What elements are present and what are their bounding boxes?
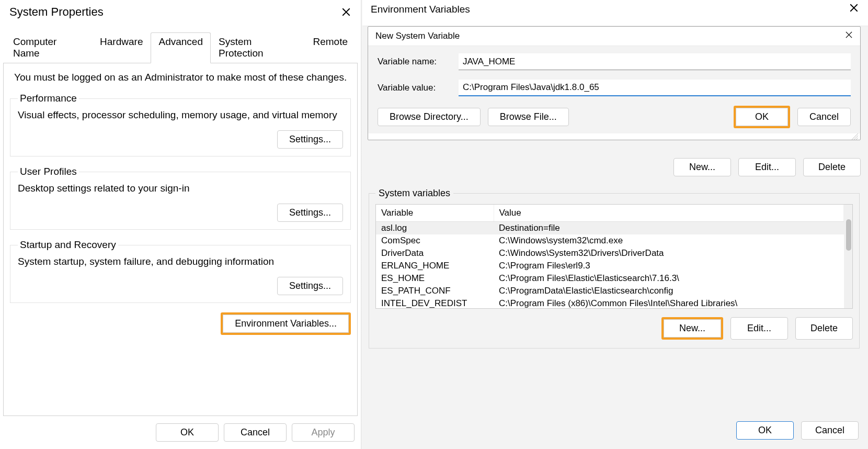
sysprops-ok-button[interactable]: OK: [156, 423, 219, 442]
startup-recovery-legend: Startup and Recovery: [18, 239, 118, 251]
startup-recovery-settings-button[interactable]: Settings...: [277, 277, 343, 295]
nsv-close-icon[interactable]: [845, 31, 853, 41]
user-profiles-group: User Profiles Desktop settings related t…: [10, 166, 351, 230]
browse-directory-button[interactable]: Browse Directory...: [378, 108, 481, 126]
browse-file-button[interactable]: Browse File...: [488, 108, 569, 126]
table-row[interactable]: ComSpec C:\Windows\system32\cmd.exe: [376, 234, 844, 247]
user-profiles-text: Desktop settings related to your sign-in: [18, 183, 343, 194]
environment-variables-window: Environment Variables New System Variabl…: [362, 0, 868, 449]
nsv-value-label: Variable value:: [378, 83, 459, 93]
cell-val: C:\Windows\System32\Drivers\DriverData: [494, 247, 844, 260]
sysvars-new-highlight: New...: [661, 317, 723, 340]
cell-val: C:\Program Files\erl9.3: [494, 260, 844, 272]
cell-var: INTEL_DEV_REDIST: [376, 297, 494, 309]
col-variable[interactable]: Variable: [376, 205, 494, 222]
tab-advanced-panel: You must be logged on as an Administrato…: [3, 63, 358, 416]
envvars-body: New System Variable Variable name: Varia…: [362, 26, 868, 412]
cell-val: C:\Windows\system32\cmd.exe: [494, 234, 844, 247]
cell-var: ComSpec: [376, 234, 494, 247]
user-profiles-settings-button[interactable]: Settings...: [277, 204, 343, 222]
table-row[interactable]: ES_HOME C:\Program Files\Elastic\Elastic…: [376, 272, 844, 285]
tab-remote[interactable]: Remote: [305, 32, 356, 63]
envvars-footer: OK Cancel: [362, 412, 868, 449]
nsv-button-row: Browse Directory... Browse File... OK Ca…: [378, 106, 851, 128]
new-system-variable-dialog: New System Variable Variable name: Varia…: [368, 26, 861, 140]
user-new-button[interactable]: New...: [673, 158, 731, 176]
close-icon[interactable]: [340, 6, 352, 18]
nsv-cancel-button[interactable]: Cancel: [797, 108, 851, 126]
nsv-name-row: Variable name:: [378, 53, 851, 70]
system-variables-legend: System variables: [375, 188, 453, 199]
envvars-titlebar: Environment Variables: [362, 0, 868, 26]
cell-val: C:\Program Files\Elastic\Elasticsearch\7…: [494, 272, 844, 285]
nsv-ok-highlight: OK: [734, 106, 790, 128]
envvars-button-highlight: Environment Variables...: [221, 312, 351, 335]
user-profiles-legend: User Profiles: [18, 166, 79, 177]
sysprops-apply-button: Apply: [292, 423, 355, 442]
scrollbar-thumb[interactable]: [846, 219, 851, 251]
environment-variables-button[interactable]: Environment Variables...: [223, 315, 349, 333]
tab-hardware[interactable]: Hardware: [92, 32, 151, 63]
cell-var: asl.log: [376, 222, 494, 235]
nsv-value-row: Variable value:: [378, 80, 851, 96]
nsv-titlebar: New System Variable: [368, 27, 860, 46]
sysvars-table-wrap: Variable Value asl.log Destination=file …: [375, 204, 853, 309]
tab-system-protection[interactable]: System Protection: [211, 32, 305, 63]
system-variables-group: System variables Variable Value asl.log …: [369, 188, 860, 349]
performance-text: Visual effects, processor scheduling, me…: [18, 109, 343, 121]
col-value[interactable]: Value: [494, 205, 844, 222]
tab-advanced[interactable]: Advanced: [151, 32, 211, 63]
table-row[interactable]: asl.log Destination=file: [376, 222, 844, 235]
resize-grip-icon[interactable]: [368, 133, 860, 140]
cell-val: Destination=file: [494, 222, 844, 235]
user-edit-button[interactable]: Edit...: [738, 158, 796, 176]
table-row[interactable]: ERLANG_HOME C:\Program Files\erl9.3: [376, 260, 844, 272]
cell-var: ES_HOME: [376, 272, 494, 285]
cell-val: C:\ProgramData\Elastic\Elasticsearch\con…: [494, 285, 844, 297]
table-row[interactable]: DriverData C:\Windows\System32\Drivers\D…: [376, 247, 844, 260]
user-delete-button[interactable]: Delete: [803, 158, 861, 176]
cell-var: DriverData: [376, 247, 494, 260]
table-row[interactable]: ES_PATH_CONF C:\ProgramData\Elastic\Elas…: [376, 285, 844, 297]
envvars-close-icon[interactable]: [849, 3, 859, 15]
titlebar: System Properties: [0, 0, 361, 32]
variable-value-input[interactable]: [459, 80, 851, 96]
envvars-title: Environment Variables: [371, 4, 470, 15]
envvars-button-row: Environment Variables...: [10, 312, 351, 335]
table-row[interactable]: INTEL_DEV_REDIST C:\Program Files (x86)\…: [376, 297, 844, 309]
startup-recovery-group: Startup and Recovery System startup, sys…: [10, 239, 351, 303]
cell-val: C:\Program Files (x86)\Common Files\Inte…: [494, 297, 844, 309]
performance-settings-button[interactable]: Settings...: [277, 130, 343, 149]
nsv-title: New System Variable: [375, 31, 460, 41]
cell-var: ES_PATH_CONF: [376, 285, 494, 297]
cell-var: ERLANG_HOME: [376, 260, 494, 272]
sysvars-delete-button[interactable]: Delete: [795, 317, 853, 340]
user-var-buttons: New... Edit... Delete: [368, 158, 861, 176]
performance-group: Performance Visual effects, processor sc…: [10, 93, 351, 156]
system-properties-window: System Properties Computer Name Hardware…: [0, 0, 361, 449]
startup-recovery-text: System startup, system failure, and debu…: [18, 256, 343, 267]
window-title: System Properties: [9, 5, 104, 19]
tab-computer-name[interactable]: Computer Name: [5, 32, 92, 63]
nsv-ok-button[interactable]: OK: [736, 108, 788, 126]
tab-bar: Computer Name Hardware Advanced System P…: [0, 32, 361, 63]
envvars-cancel-button[interactable]: Cancel: [801, 421, 859, 440]
sysvars-new-button[interactable]: New...: [664, 319, 721, 338]
performance-legend: Performance: [18, 93, 79, 104]
variable-name-input[interactable]: [459, 53, 851, 70]
sysvars-scrollbar[interactable]: [844, 205, 852, 308]
sysvars-edit-button[interactable]: Edit...: [730, 317, 788, 340]
sysprops-footer: OK Cancel Apply: [0, 416, 361, 449]
sysvars-table: Variable Value asl.log Destination=file …: [376, 205, 844, 309]
nsv-body: Variable name: Variable value: Browse Di…: [368, 46, 860, 133]
sysvars-buttons: New... Edit... Delete: [375, 317, 853, 340]
sysprops-cancel-button[interactable]: Cancel: [224, 423, 287, 442]
admin-note: You must be logged on as an Administrato…: [14, 72, 351, 83]
nsv-name-label: Variable name:: [378, 57, 459, 67]
envvars-ok-button[interactable]: OK: [736, 421, 794, 440]
